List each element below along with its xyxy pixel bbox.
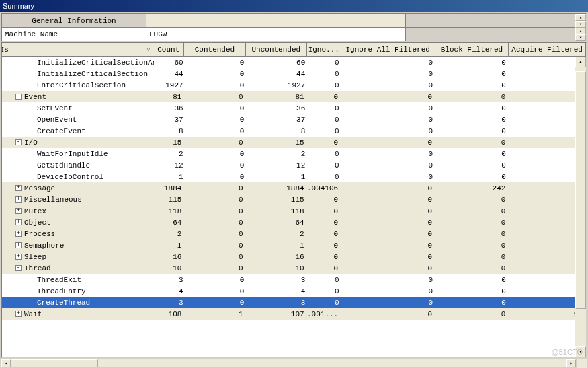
value-cell: 2 — [156, 148, 187, 159]
table-row[interactable]: GetStdHandle120120000 — [2, 159, 586, 171]
spin-up-icon[interactable]: ▴ — [575, 28, 586, 34]
column-header-acquire-filtered[interactable]: Acquire Filtered — [509, 43, 586, 57]
value-cell: 4 — [247, 285, 308, 297]
value-cell: 0 — [436, 285, 509, 297]
expand-icon[interactable]: + — [15, 242, 22, 248]
value-cell: 0 — [341, 228, 435, 240]
table-row[interactable]: ThreadExit3030000 — [2, 274, 586, 285]
value-cell: 37 — [247, 114, 308, 125]
hscroll-thumb[interactable] — [11, 359, 98, 367]
table-row[interactable]: -Event810810000 — [2, 91, 586, 102]
value-cell: 0 — [187, 285, 248, 297]
value-cell: 0 — [509, 297, 586, 308]
value-cell: 0 — [509, 285, 586, 297]
expand-icon[interactable]: + — [15, 311, 22, 317]
api-name: CreateEvent — [37, 127, 86, 135]
table-row[interactable]: SetEvent360360000 — [2, 102, 586, 114]
value-cell: 115 — [154, 194, 185, 205]
value-cell: 0.004106 — [308, 182, 342, 194]
table-row[interactable]: +Object640640000 — [2, 217, 586, 228]
expand-icon[interactable]: + — [15, 254, 22, 260]
table-row[interactable]: -Thread100100000 — [2, 262, 586, 274]
table-row[interactable]: WaitForInputIdle2020000 — [2, 148, 586, 159]
table-row[interactable]: +Miscellaneous11501150000 — [2, 194, 586, 205]
table-row[interactable]: -I/O150150000 — [2, 137, 586, 148]
table-row[interactable]: InitializeCriticalSection440440000 — [2, 68, 586, 79]
scroll-left-button[interactable]: ◂ — [1, 359, 11, 367]
column-header-apis[interactable]: - APIs ▽ — [2, 43, 153, 57]
api-listview[interactable]: - APIs ▽ Count Contended Uncontended Ign… — [1, 42, 587, 359]
value-cell: 0 — [435, 308, 509, 320]
expand-icon[interactable]: + — [15, 196, 22, 203]
value-cell: 0 — [187, 57, 248, 68]
col-label: APIs — [2, 46, 144, 54]
api-name-cell: -Thread — [2, 262, 154, 274]
scroll-thumb[interactable] — [575, 71, 586, 309]
value-cell: 0 — [308, 274, 342, 285]
api-name-cell: ThreadExit — [2, 274, 156, 285]
value-cell: 0 — [509, 217, 586, 228]
table-row[interactable]: CreateEvent8080000 — [2, 125, 586, 137]
table-row[interactable]: CreateThread3030000 — [2, 297, 586, 308]
expand-icon[interactable]: + — [15, 231, 22, 237]
collapse-icon[interactable]: - — [15, 139, 22, 145]
value-cell: 0 — [343, 114, 436, 125]
api-name-cell: +Semaphore — [2, 240, 154, 251]
api-name-cell: OpenEvent — [2, 114, 156, 125]
api-name: ThreadEntry — [37, 287, 86, 295]
value-cell: 0 — [308, 79, 342, 91]
api-name: Event — [24, 93, 46, 101]
table-row[interactable]: OpenEvent370370000 — [2, 114, 586, 125]
value-cell: 0 — [509, 251, 586, 262]
table-row[interactable]: +Process2020000 — [2, 228, 586, 240]
table-row[interactable]: +Message1884018840.00410602420 — [2, 182, 586, 194]
table-row[interactable]: InitializeCriticalSectionAndSp...6006000… — [2, 57, 586, 68]
api-name: GetStdHandle — [37, 161, 90, 170]
expand-icon[interactable]: + — [15, 208, 22, 214]
value-cell: 118 — [247, 205, 308, 217]
spinner-1[interactable]: ▴▾ — [575, 14, 586, 28]
spin-up-icon[interactable]: ▴ — [575, 14, 586, 21]
api-name-cell: +Message — [2, 182, 154, 194]
spinner-2[interactable]: ▴▾ — [575, 28, 586, 41]
value-cell: 0 — [436, 148, 509, 159]
column-header-ignore-all-filtered[interactable]: Ignore All Filtered — [341, 43, 435, 57]
scroll-right-button[interactable]: ▸ — [566, 359, 576, 367]
api-name-cell: GetStdHandle — [2, 159, 156, 171]
general-info-value — [146, 14, 406, 27]
spin-down-icon[interactable]: ▾ — [575, 21, 586, 28]
table-row[interactable]: +Wait10811070.001...0096 — [2, 308, 586, 320]
table-row[interactable]: +Sleep160160000 — [2, 251, 586, 262]
column-header-ignore[interactable]: Igno... — [307, 43, 341, 57]
column-header-uncontended[interactable]: Uncontended — [246, 43, 307, 57]
spin-down-icon[interactable]: ▾ — [575, 34, 586, 41]
value-cell: 0 — [308, 217, 342, 228]
collapse-icon[interactable]: - — [15, 265, 22, 271]
value-cell: 15 — [154, 137, 185, 148]
scroll-up-button[interactable]: ▴ — [575, 57, 586, 67]
value-cell: 0 — [509, 182, 586, 194]
table-row[interactable]: ThreadEntry4040000 — [2, 285, 586, 297]
expand-icon[interactable]: + — [15, 185, 22, 191]
value-cell: 0 — [343, 285, 436, 297]
value-cell: 3 — [247, 274, 308, 285]
table-row[interactable]: EnterCriticalSection1927019270000 — [2, 79, 586, 91]
value-cell: 0 — [308, 91, 342, 102]
column-header-block-filtered[interactable]: Block Filtered — [435, 43, 509, 57]
horizontal-scrollbar[interactable]: ◂ ▸ — [1, 359, 577, 368]
api-name-cell: DeviceIoControl — [2, 171, 156, 182]
api-name-cell: +Sleep — [2, 251, 154, 262]
collapse-icon[interactable]: - — [15, 94, 22, 100]
scroll-track[interactable] — [575, 67, 586, 346]
table-row[interactable]: +Mutex11801180000 — [2, 205, 586, 217]
expand-icon[interactable]: + — [15, 219, 22, 225]
table-row[interactable]: DeviceIoControl1010000 — [2, 171, 586, 182]
value-cell: 1 — [185, 308, 246, 320]
api-name: EnterCriticalSection — [37, 81, 126, 89]
vertical-scrollbar[interactable]: ▴ ▾ — [575, 57, 586, 357]
value-cell: 0 — [187, 148, 248, 159]
column-header-count[interactable]: Count — [153, 43, 184, 57]
table-row[interactable]: +Semaphore1010000 — [2, 240, 586, 251]
value-cell: 64 — [247, 217, 308, 228]
column-header-contended[interactable]: Contended — [184, 43, 245, 57]
